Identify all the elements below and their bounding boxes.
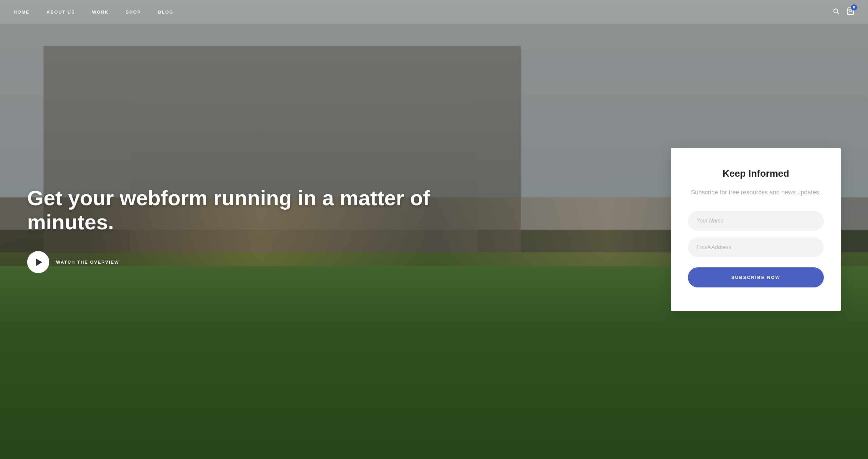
nav-item-blog[interactable]: BLOG xyxy=(158,10,174,15)
subscribe-form-card: Keep Informed Subscribe for free resourc… xyxy=(671,148,841,311)
cart-icon[interactable]: 0 xyxy=(846,7,854,17)
nav-item-work[interactable]: WORK xyxy=(92,10,109,15)
form-subtitle: Subscribe for free resources and news up… xyxy=(688,188,824,197)
nav-item-shop[interactable]: SHOP xyxy=(126,10,141,15)
nav-item-home[interactable]: HOME xyxy=(14,10,30,15)
nav-links: HOME ABOUT US WORK SHOP BLOG xyxy=(14,10,173,15)
play-button[interactable] xyxy=(27,251,49,273)
watch-label: WATCH THE OVERVIEW xyxy=(56,260,119,265)
hero-section: Get your webform running in a matter of … xyxy=(0,0,868,459)
subscribe-button[interactable]: SUBSCRIBE NOW xyxy=(688,267,824,287)
hero-headline: Get your webform running in a matter of … xyxy=(27,186,475,234)
hero-left: Get your webform running in a matter of … xyxy=(27,186,475,273)
form-title: Keep Informed xyxy=(688,168,824,179)
search-icon[interactable] xyxy=(833,8,839,16)
nav-actions: 0 xyxy=(833,7,854,17)
cart-badge: 0 xyxy=(851,4,857,11)
name-input[interactable] xyxy=(688,211,824,231)
svg-line-1 xyxy=(837,12,839,14)
email-input[interactable] xyxy=(688,237,824,257)
play-icon xyxy=(36,259,42,266)
navbar: HOME ABOUT US WORK SHOP BLOG 0 xyxy=(0,0,868,24)
hero-content: Get your webform running in a matter of … xyxy=(0,148,868,311)
nav-item-about[interactable]: ABOUT US xyxy=(47,10,75,15)
hero-cta[interactable]: WATCH THE OVERVIEW xyxy=(27,251,475,273)
